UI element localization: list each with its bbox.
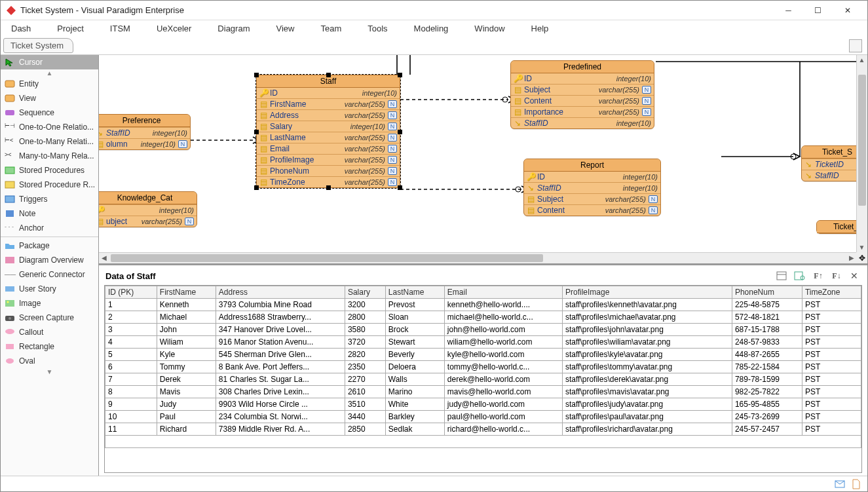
- svg-rect-10: [5, 286, 14, 292]
- view-icon: [5, 94, 15, 103]
- menu-team[interactable]: Team: [316, 22, 345, 35]
- scroll-down-icon[interactable]: ▼: [1, 368, 98, 375]
- entity-report[interactable]: Report 🔑IDinteger(10)↘StaffIDinteger(10)…: [523, 159, 661, 216]
- table-row[interactable]: 9Judy9903 Wild Horse Circle ...3510White…: [105, 398, 861, 411]
- tool-rectangle[interactable]: Rectangle: [1, 339, 98, 354]
- tool-user-story[interactable]: User Story: [1, 282, 98, 296]
- vertical-scrollbar[interactable]: ▲▼: [856, 55, 867, 252]
- table-row[interactable]: 6Tommy8 Bank Ave. Port Jeffers...2350Del…: [105, 361, 861, 373]
- close-button[interactable]: ✕: [833, 1, 862, 20]
- connector-icon: ──: [5, 270, 15, 279]
- menu-tools[interactable]: Tools: [364, 22, 391, 35]
- menu-view[interactable]: View: [272, 22, 298, 35]
- oval-icon: [5, 356, 15, 366]
- tool-triggers[interactable]: Triggers: [1, 192, 98, 206]
- titlebar: Ticket System - Visual Paradigm Enterpri…: [1, 1, 867, 20]
- svg-point-15: [5, 329, 14, 334]
- data-grid[interactable]: ID (PK)FirstNameAddressSalaryLastNameEma…: [104, 285, 862, 473]
- menu-modeling[interactable]: Modeling: [410, 22, 453, 35]
- tool-generic-connector[interactable]: ──Generic Connector: [1, 267, 98, 282]
- image-icon: [5, 299, 15, 308]
- tool-one-to-one[interactable]: ⊢⊣One-to-One Relatio...: [1, 120, 98, 134]
- col-header[interactable]: LastName: [385, 286, 444, 299]
- many-many-icon: ><: [5, 151, 15, 161]
- tool-note[interactable]: Note: [1, 206, 98, 221]
- table-row[interactable]: 3John347 Hanover Drive Lovel...3580Brock…: [105, 324, 861, 336]
- panel-btn-2[interactable]: [793, 269, 807, 282]
- table-row[interactable]: 8Mavis308 Charles Drive Lexin...2610Mari…: [105, 386, 861, 398]
- menu-project[interactable]: Project: [53, 22, 87, 35]
- note-icon: [5, 209, 15, 218]
- tool-view[interactable]: View: [1, 91, 98, 105]
- col-header[interactable]: FirstName: [157, 286, 216, 299]
- col-header[interactable]: Address: [216, 286, 345, 299]
- table-row[interactable]: 7Derek81 Charles St. Sugar La...2270Wall…: [105, 373, 861, 386]
- maximize-button[interactable]: ☐: [803, 1, 833, 20]
- menu-dash[interactable]: Dash: [7, 22, 35, 35]
- panel-btn-1[interactable]: [774, 269, 789, 282]
- tool-palette: Cursor ▲ Entity View Sequence ⊢⊣One-to-O…: [1, 55, 99, 476]
- spr-icon: [5, 180, 15, 189]
- table-row[interactable]: 5Kyle545 Sherman Drive Glen...2820Beverl…: [105, 349, 861, 361]
- svg-rect-8: [6, 210, 14, 217]
- entity-predefined[interactable]: Predefined 🔑IDinteger(10)▤Subjectvarchar…: [510, 60, 654, 129]
- menu-itsm[interactable]: ITSM: [106, 22, 134, 35]
- col-header[interactable]: ID (PK): [105, 286, 157, 299]
- tool-one-to-many[interactable]: ⊢<One-to-Many Relati...: [1, 134, 98, 149]
- menu-diagram[interactable]: Diagram: [214, 22, 254, 35]
- sort-desc-button[interactable]: F↓: [829, 269, 844, 282]
- svg-marker-1: [6, 59, 12, 66]
- tool-image[interactable]: Image: [1, 296, 98, 311]
- menu-window[interactable]: Window: [470, 22, 508, 35]
- tool-entity[interactable]: Entity: [1, 77, 98, 91]
- perspective-icon[interactable]: [849, 39, 862, 52]
- tool-screen-capture[interactable]: Screen Capture: [1, 311, 98, 325]
- search-icon: [794, 271, 806, 280]
- col-header[interactable]: TimeZone: [802, 286, 861, 299]
- svg-rect-4: [5, 110, 14, 115]
- breadcrumb-tab[interactable]: Ticket System: [3, 38, 73, 53]
- entity-icon: [5, 79, 15, 88]
- panel-close-button[interactable]: ✕: [848, 271, 861, 281]
- tool-package[interactable]: Package: [1, 238, 98, 253]
- table-row[interactable]: 11Richard7389 Middle River Rd. A...2850S…: [105, 423, 861, 436]
- col-header[interactable]: Salary: [345, 286, 385, 299]
- diagram-canvas[interactable]: Preference ↘StaffIDinteger(10) ▤olumnint…: [99, 55, 867, 264]
- move-handle-icon[interactable]: ✥: [856, 252, 867, 263]
- minimize-button[interactable]: ─: [774, 1, 803, 20]
- tool-sequence[interactable]: Sequence: [1, 105, 98, 120]
- tool-stored-procedures[interactable]: Stored Procedures: [1, 163, 98, 178]
- tool-oval[interactable]: Oval: [1, 354, 98, 368]
- col-header[interactable]: Email: [444, 286, 562, 299]
- svg-marker-0: [7, 6, 16, 15]
- doc-icon[interactable]: [852, 479, 861, 489]
- entity-staff[interactable]: Staff 🔑IDinteger(10)▤FirstNamevarchar(25…: [256, 75, 400, 188]
- svg-point-14: [9, 317, 11, 320]
- horizontal-scrollbar[interactable]: ◀▶: [99, 252, 856, 263]
- table-row[interactable]: 10Paul234 Columbia St. Norwi...3440Barkl…: [105, 411, 861, 423]
- entity-preference[interactable]: Preference ↘StaffIDinteger(10) ▤olumnint…: [99, 114, 191, 150]
- svg-rect-2: [5, 81, 14, 87]
- col-header[interactable]: PhoneNum: [732, 286, 802, 299]
- tool-many-to-many[interactable]: ><Many-to-Many Rela...: [1, 149, 98, 163]
- tool-callout[interactable]: Callout: [1, 325, 98, 339]
- svg-rect-5: [5, 167, 14, 174]
- table-row[interactable]: 4Wiliam916 Manor Station Avenu...3720Ste…: [105, 336, 861, 349]
- tool-cursor[interactable]: Cursor: [1, 55, 98, 69]
- col-header[interactable]: ProfileImage: [562, 286, 732, 299]
- svg-rect-6: [5, 181, 14, 188]
- table-row[interactable]: 2MichaelAddress1688 Strawberry...2800Slo…: [105, 311, 861, 324]
- tool-anchor[interactable]: - - -Anchor: [1, 221, 98, 235]
- table-row[interactable]: 1Kenneth3793 Columbia Mine Road3200Prevo…: [105, 299, 861, 311]
- status-bar: [1, 476, 867, 491]
- sort-asc-button[interactable]: F↑: [811, 269, 825, 282]
- scroll-up-icon[interactable]: ▲: [1, 69, 98, 77]
- folder-icon: [5, 241, 15, 250]
- callout-icon: [5, 328, 15, 337]
- mail-icon[interactable]: [835, 480, 845, 489]
- menu-uexceler[interactable]: UeXceler: [153, 22, 195, 35]
- tool-stored-procedure-result[interactable]: Stored Procedure R...: [1, 178, 98, 192]
- entity-knowledge-cat[interactable]: Knowledge_Cat 🔑integer(10) ▤ubjectvarcha…: [99, 191, 197, 227]
- menu-help[interactable]: Help: [527, 22, 553, 35]
- tool-diagram-overview[interactable]: Diagram Overview: [1, 253, 98, 267]
